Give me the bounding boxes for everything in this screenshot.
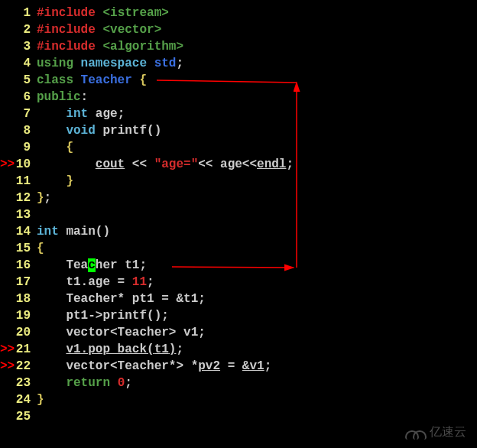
code-line[interactable]: >>21 v1.pop back(t1);	[0, 341, 477, 358]
code-content[interactable]: cout << "age="<< age<<endl;	[37, 156, 294, 173]
code-content[interactable]: t1.age = 11;	[37, 274, 154, 291]
cloud-icon	[405, 426, 427, 440]
code-line[interactable]: 7 int age;	[0, 106, 477, 122]
token: ;	[139, 258, 147, 272]
token: :	[81, 90, 89, 104]
line-number: 24	[11, 391, 37, 408]
token: <<	[198, 157, 220, 171]
gutter-marker	[0, 240, 11, 257]
code-content[interactable]: #include <istream>	[37, 5, 169, 21]
code-content[interactable]: {	[37, 139, 73, 156]
line-number: 5	[11, 72, 37, 89]
code-line[interactable]: 24}	[0, 391, 477, 408]
code-line[interactable]: 23 return 0;	[0, 375, 477, 391]
token: &t1	[176, 292, 198, 306]
line-number: 12	[11, 190, 37, 206]
code-content[interactable]: public:	[37, 89, 88, 106]
token: <<	[242, 157, 257, 171]
token: ()	[147, 124, 161, 138]
gutter-marker	[0, 89, 11, 106]
code-line[interactable]: 19 pt1->printf();	[0, 307, 477, 324]
token: t1	[154, 342, 169, 356]
token: <istream>	[102, 6, 168, 20]
code-content[interactable]: using namespace std;	[37, 55, 183, 72]
token: {	[66, 141, 73, 154]
token: ;	[176, 57, 183, 70]
code-line[interactable]: 16 Teacher t1;	[0, 257, 477, 274]
code-line[interactable]: 18 Teacher* pt1 = &t1;	[0, 291, 477, 307]
line-number: 2	[11, 21, 37, 38]
code-line[interactable]: 25	[0, 408, 477, 425]
line-number: 3	[11, 38, 37, 55]
token: ;	[198, 326, 206, 339]
code-line[interactable]: 5class Teacher {	[0, 72, 477, 89]
code-content[interactable]: int age;	[37, 106, 125, 122]
token: ();	[147, 309, 169, 323]
token: int	[66, 107, 95, 121]
token: {	[37, 242, 44, 255]
gutter-marker	[0, 55, 11, 72]
code-content[interactable]: };	[37, 190, 51, 206]
token: std	[154, 57, 177, 70]
token: Tea	[66, 258, 88, 272]
gutter-marker	[0, 38, 11, 55]
code-line[interactable]: 17 t1.age = 11;	[0, 274, 477, 291]
code-content[interactable]: {	[37, 240, 44, 257]
code-editor[interactable]: 1#include <istream>2#include <vector>3#i…	[0, 0, 477, 430]
gutter-marker: >>	[0, 156, 11, 173]
code-line[interactable]: 20 vector<Teacher> v1;	[0, 324, 477, 341]
line-number: 16	[11, 257, 37, 274]
token: &v1	[242, 359, 264, 373]
token	[37, 326, 66, 339]
code-line[interactable]: 14int main()	[0, 223, 477, 240]
code-content[interactable]: #include <vector>	[37, 21, 161, 38]
token	[37, 107, 66, 121]
code-content[interactable]: void printf()	[37, 122, 161, 139]
code-content[interactable]: v1.pop back(t1);	[37, 341, 183, 358]
token: class	[37, 73, 81, 87]
code-content[interactable]: class Teacher {	[37, 72, 147, 89]
code-content[interactable]: }	[37, 173, 73, 190]
token: int	[37, 225, 66, 239]
token: 11	[132, 275, 147, 289]
code-line[interactable]: 1#include <istream>	[0, 5, 477, 21]
line-number: 25	[11, 408, 37, 425]
code-line[interactable]: 9 {	[0, 139, 477, 156]
code-content[interactable]: pt1->printf();	[37, 307, 169, 324]
token: return	[66, 376, 117, 390]
code-content[interactable]: Teacher* pt1 = &t1;	[37, 291, 206, 307]
code-content[interactable]: int main()	[37, 223, 110, 240]
token: #include	[37, 23, 102, 37]
line-number: 21	[11, 341, 37, 358]
code-line[interactable]: 3#include <algorithm>	[0, 38, 477, 55]
token: public	[37, 90, 81, 104]
code-line[interactable]: >>10 cout << "age="<< age<<endl;	[0, 156, 477, 173]
token	[37, 124, 66, 138]
code-line[interactable]: 8 void printf()	[0, 122, 477, 139]
code-line[interactable]: 15{	[0, 240, 477, 257]
code-line[interactable]: 2#include <vector>	[0, 21, 477, 38]
token: <vector>	[102, 23, 161, 37]
code-content[interactable]: return 0;	[37, 375, 132, 391]
gutter-marker	[0, 391, 11, 408]
code-line[interactable]: 6public:	[0, 89, 477, 106]
line-number: 11	[11, 173, 37, 190]
code-line[interactable]: 13	[0, 206, 477, 223]
code-line[interactable]: 11 }	[0, 173, 477, 190]
code-content[interactable]: vector<Teacher> v1;	[37, 324, 206, 341]
code-content[interactable]: #include <algorithm>	[37, 38, 183, 55]
code-content[interactable]: }	[37, 391, 44, 408]
gutter-marker	[0, 223, 11, 240]
gutter-marker	[0, 122, 11, 139]
line-number: 13	[11, 206, 37, 223]
code-line[interactable]: 4using namespace std;	[0, 55, 477, 72]
line-number: 9	[11, 139, 37, 156]
gutter-marker	[0, 375, 11, 391]
code-content[interactable]: vector<Teacher*> *pv2 = &v1;	[37, 358, 271, 375]
code-line[interactable]: >>22 vector<Teacher*> *pv2 = &v1;	[0, 358, 477, 375]
token: ;	[198, 292, 206, 306]
gutter-marker	[0, 106, 11, 122]
gutter-marker	[0, 21, 11, 38]
code-content[interactable]: Teacher t1;	[37, 257, 147, 274]
code-line[interactable]: 12};	[0, 190, 477, 206]
